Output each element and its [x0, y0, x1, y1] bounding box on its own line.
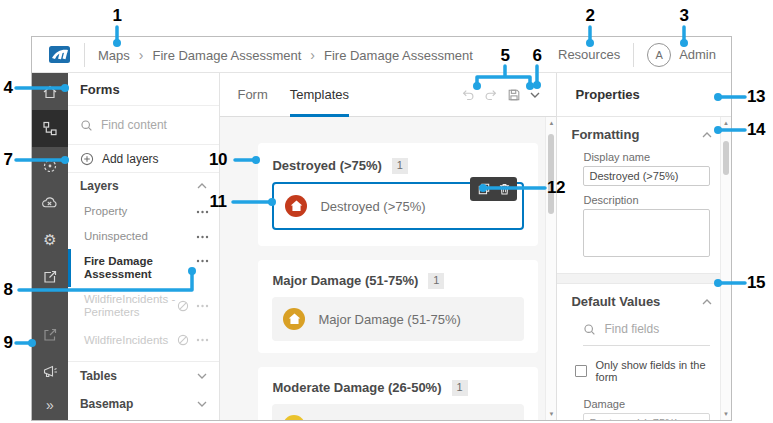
templates-scrollbar[interactable]: ▲ ▼ [545, 117, 556, 420]
resources-link[interactable]: Resources [558, 47, 620, 62]
scroll-up-arrow[interactable]: ▲ [546, 120, 556, 126]
callout-1: 1 [106, 6, 128, 26]
callout-8: 8 [0, 280, 19, 300]
callout-7: 7 [0, 150, 19, 170]
layer-menu-icon[interactable] [196, 304, 209, 308]
layer-item-wildfire-incidents[interactable]: WildfireIncidents [68, 325, 220, 355]
template-group-major-damage: Major Damage (51-75%) 1 Major Damage (51… [258, 260, 538, 353]
find-content-search[interactable] [68, 106, 220, 145]
forms-icon[interactable] [32, 110, 68, 147]
open-in-app-icon[interactable] [32, 316, 68, 353]
properties-content: Formatting Display name Description Defa… [557, 117, 731, 420]
default-values-section-header[interactable]: Default Values [557, 284, 720, 310]
layer-item-property[interactable]: Property [68, 199, 220, 224]
feedback-megaphone-icon[interactable] [32, 353, 68, 390]
chevron-up-icon [702, 299, 712, 305]
collapse-icon[interactable]: » [32, 390, 68, 420]
damage-field-input[interactable] [583, 413, 710, 420]
default-values-section-label: Default Values [571, 294, 660, 310]
callout-13: 13 [745, 87, 767, 107]
geofence-icon[interactable] [32, 147, 68, 184]
app-header: Maps›Fire Damage Assessment›Fire Damage … [32, 37, 731, 73]
editor-panel: Form Templates [220, 73, 556, 420]
tables-section-label: Tables [80, 369, 117, 383]
scroll-down-arrow[interactable]: ▼ [546, 411, 556, 417]
layer-menu-icon[interactable] [196, 338, 209, 342]
properties-panel-title: Properties [557, 73, 731, 117]
callout-10: 10 [207, 150, 229, 170]
callout-3: 3 [673, 6, 695, 26]
scroll-up-arrow[interactable]: ▲ [721, 120, 731, 126]
tab-form[interactable]: Form [237, 73, 267, 117]
only-show-fields-row: Only show fields in the form [575, 359, 710, 383]
callout-12: 12 [545, 178, 567, 198]
duplicate-icon[interactable] [478, 183, 490, 195]
not-visible-icon [177, 334, 189, 346]
layer-item-fire-damage-assessment[interactable]: Fire Damage Assessment [68, 249, 220, 287]
layer-item-wildfire-perimeters[interactable]: WildfireIncidents - Perimeters [68, 287, 220, 325]
layer-item-uninspected[interactable]: Uninspected [68, 224, 220, 249]
callout-2: 2 [579, 6, 601, 26]
callout-4: 4 [0, 78, 19, 98]
find-content-input[interactable] [101, 118, 201, 132]
forms-panel: Forms Add layers Layers Property [68, 73, 221, 420]
settings-gear-icon[interactable]: ⚙ [32, 221, 68, 258]
offline-cloud-icon[interactable] [32, 184, 68, 221]
add-layers-button[interactable]: Add layers [68, 145, 220, 173]
only-show-fields-label: Only show fields in the form [595, 359, 710, 383]
template-card-destroyed[interactable]: Destroyed (>75%) [272, 182, 524, 230]
damage-field-label: Damage [583, 398, 710, 410]
icon-sidebar: ⚙ » [32, 73, 68, 420]
delete-trash-icon[interactable] [499, 183, 510, 195]
esri-logo [48, 45, 71, 64]
breadcrumb-map-name[interactable]: Fire Damage Assessment [152, 48, 301, 63]
tables-section-header[interactable]: Tables [68, 362, 220, 390]
home-icon[interactable] [32, 73, 68, 110]
templates-list: Destroyed (>75%) 1 Destroyed (>75%) [220, 117, 556, 420]
template-card-moderate-damage[interactable]: Moderate Damage (26-50%) [272, 404, 524, 420]
template-hover-toolbar [470, 177, 517, 201]
callout-6: 6 [526, 46, 548, 66]
avatar[interactable]: A [647, 43, 671, 67]
formatting-section-header[interactable]: Formatting [557, 117, 720, 143]
display-name-input[interactable] [583, 166, 710, 186]
editor-tabs: Form Templates [220, 73, 556, 117]
template-card-major-damage[interactable]: Major Damage (51-75%) [272, 297, 524, 341]
scroll-down-arrow[interactable]: ▼ [721, 411, 731, 417]
major-damage-house-icon [283, 308, 305, 330]
share-icon[interactable] [32, 258, 68, 295]
template-card-label: Major Damage (51-75%) [318, 312, 460, 327]
tab-templates[interactable]: Templates [290, 73, 349, 117]
find-fields-search[interactable] [583, 322, 710, 346]
layers-section-header[interactable]: Layers [68, 173, 220, 199]
breadcrumb-maps[interactable]: Maps [98, 48, 130, 63]
undo-icon[interactable] [461, 88, 475, 102]
basemap-section-header[interactable]: Basemap [68, 390, 220, 418]
layer-menu-icon[interactable] [196, 235, 209, 239]
properties-panel: Properties Formatting Display name Descr… [556, 73, 731, 420]
template-card-label: Destroyed (>75%) [320, 199, 425, 214]
properties-scrollbar[interactable]: ▲ ▼ [720, 117, 731, 420]
find-fields-input[interactable] [604, 322, 699, 336]
user-menu[interactable]: Admin [679, 47, 716, 62]
search-icon [80, 119, 93, 132]
section-separator [557, 273, 720, 284]
layer-menu-icon[interactable] [196, 259, 209, 263]
template-count-badge: 1 [392, 158, 408, 174]
save-icon[interactable] [507, 88, 521, 102]
editor-toolbar [461, 88, 540, 102]
save-menu-chevron-down-icon[interactable] [530, 92, 540, 98]
only-show-fields-checkbox[interactable] [575, 365, 587, 377]
breadcrumb-separator: › [130, 47, 153, 63]
description-textarea[interactable] [583, 209, 710, 257]
template-group-title: Major Damage (51-75%) [272, 272, 418, 289]
app-window: Maps›Fire Damage Assessment›Fire Damage … [31, 36, 732, 421]
template-group-destroyed: Destroyed (>75%) 1 Destroyed (>75%) [258, 143, 538, 246]
scrollbar-thumb[interactable] [548, 134, 554, 214]
template-group-title: Destroyed (>75%) [272, 157, 381, 174]
redo-icon[interactable] [484, 88, 498, 102]
layer-label: WildfireIncidents - Perimeters [84, 293, 178, 319]
scrollbar-thumb[interactable] [723, 141, 729, 175]
callout-14: 14 [745, 120, 767, 140]
callout-15: 15 [745, 273, 767, 293]
